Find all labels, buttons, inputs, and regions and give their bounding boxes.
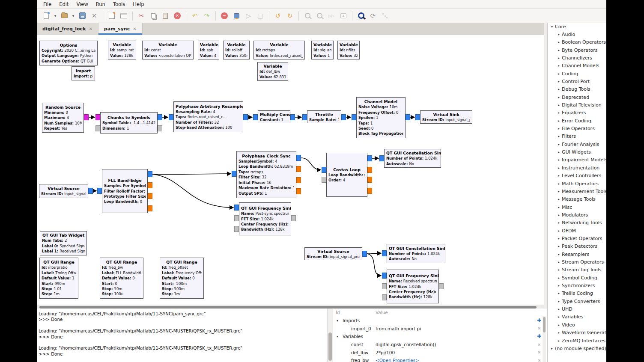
input-port-qt-gui-frequency-sink-1[interactable] (234, 205, 239, 211)
library-category-audio[interactable]: ▸Audio (548, 30, 606, 38)
library-category-modulators[interactable]: ▸Modulators (548, 211, 606, 219)
zoom-out-icon[interactable] (314, 10, 325, 21)
enable-icon[interactable] (231, 10, 242, 21)
output-port-fll-band-edge[interactable] (148, 171, 152, 177)
output-port-polyphase-clock-sync[interactable] (296, 166, 301, 172)
block-options[interactable]: OptionsCopyright: 2020 C...ering LabOutp… (39, 41, 98, 65)
input-port-chunks-to-symbols[interactable] (95, 114, 100, 120)
collapsed-arrow-icon[interactable]: ▸ (557, 127, 561, 131)
rotate-ccw-icon[interactable]: ↺ (272, 10, 283, 21)
collapsed-arrow-icon[interactable]: ▸ (557, 182, 561, 186)
collapsed-arrow-icon[interactable]: ▸ (557, 103, 561, 107)
expanded-arrow-icon[interactable]: ▾ (337, 319, 338, 323)
library-category-trellis-coding[interactable]: ▸Trellis Coding (548, 290, 606, 297)
library-category-file-operators[interactable]: ▸File Operators (548, 125, 606, 133)
library-category-misc[interactable]: ▸Misc (548, 203, 606, 211)
library-category-gui-widgets[interactable]: ▸GUI Widgets (548, 148, 606, 156)
connection-fll-to-clock-sync[interactable] (152, 174, 231, 174)
library-category--no-module-specified-[interactable]: ▸(no module specified) (548, 344, 606, 352)
collapsed-arrow-icon[interactable]: ▸ (557, 174, 561, 178)
library-category-synchronizers[interactable]: ▸Synchronizers (548, 282, 606, 290)
collapsed-arrow-icon[interactable]: ▸ (557, 229, 561, 233)
menu-edit[interactable]: Edit (55, 0, 72, 8)
library-category-stream-operators[interactable]: ▸Stream Operators (548, 258, 606, 266)
connection-virtual-source2-to-constellation-sink[interactable] (367, 253, 381, 254)
input-port-polyphase-arbitrary-resampler[interactable] (169, 114, 173, 120)
collapsed-arrow-icon[interactable]: ▸ (557, 33, 561, 36)
library-category-filters[interactable]: ▸Filters (548, 133, 606, 140)
input-port-qt-gui-frequency-sink-1[interactable] (234, 226, 239, 232)
collapsed-arrow-icon[interactable]: ▸ (557, 339, 561, 343)
input-port-virtual-sink[interactable] (415, 114, 420, 120)
block-variable-def-lbw[interactable]: VariableId: def_lbwValue: 62.8319m (257, 62, 288, 81)
collapsed-arrow-icon[interactable]: ▸ (557, 284, 561, 288)
collapsed-arrow-icon[interactable]: ▸ (557, 134, 561, 138)
block-variable-rrctaps[interactable]: VariableId: rrctapsValue: firdes.root_ra… (253, 41, 305, 59)
input-port-fll-band-edge[interactable] (97, 188, 102, 194)
collapsed-arrow-icon[interactable]: ▸ (557, 300, 561, 303)
library-category-peak-detectors[interactable]: ▸Peak Detectors (548, 243, 606, 250)
collapsed-arrow-icon[interactable]: ▸ (557, 213, 561, 217)
output-port-costas-loop[interactable] (367, 167, 372, 173)
block-qt-gui-frequency-sink-1[interactable]: QT GUI Frequency SinkName: Post-sync spe… (239, 202, 291, 235)
block-chunks-to-symbols[interactable]: Chunks to SymbolsSymbol Table: -1.4...1.… (100, 112, 158, 134)
run-icon[interactable]: ▷ (243, 10, 254, 21)
remove-icon[interactable]: ✕ (536, 326, 542, 331)
library-category-byte-operators[interactable]: ▸Byte Operators (548, 46, 606, 54)
library-category-debug-tools[interactable]: ▸Debug Tools (548, 86, 606, 93)
block-virtual-source-1[interactable]: Virtual SourceStream ID: input_signal_pr… (39, 184, 88, 198)
cut-icon[interactable]: ✂ (136, 10, 147, 21)
menu-file[interactable]: File (39, 0, 55, 8)
collapsed-arrow-icon[interactable]: ▸ (557, 260, 561, 264)
input-port-throttle[interactable] (302, 114, 307, 120)
collapsed-arrow-icon[interactable]: ▸ (557, 40, 561, 44)
menu-tools[interactable]: Tools (109, 0, 129, 8)
close-icon[interactable]: ✕ (89, 10, 100, 21)
library-category-error-coding[interactable]: ▸Error Coding (548, 117, 606, 125)
menu-view[interactable]: View (73, 0, 92, 8)
rotate-cw-icon[interactable]: ↻ (284, 10, 295, 21)
output-port-costas-loop[interactable] (367, 177, 372, 183)
output-port-channel-model[interactable] (405, 114, 410, 120)
tab-close-icon[interactable]: ✕ (133, 27, 136, 31)
library-category-coding[interactable]: ▸Coding (548, 70, 606, 77)
collapsed-arrow-icon[interactable]: ▸ (557, 142, 561, 146)
library-category-packet-operators[interactable]: ▸Packet Operators (548, 234, 606, 242)
block-qt-gui-range-interpratio[interactable]: QT GUI RangeId: interpratioLabel: Tming … (39, 258, 78, 299)
library-category-control-port[interactable]: ▸Control Port (548, 77, 606, 85)
collapsed-arrow-icon[interactable]: ▸ (557, 323, 561, 327)
collapsed-arrow-icon[interactable]: ▸ (557, 315, 561, 319)
collapsed-arrow-icon[interactable]: ▸ (557, 190, 561, 193)
collapsed-arrow-icon[interactable]: ▸ (557, 48, 561, 52)
collapsed-arrow-icon[interactable]: ▸ (557, 95, 561, 99)
output-port-qt-gui-frequency-sink-2[interactable] (439, 283, 444, 289)
library-category-type-converters[interactable]: ▸Type Converters (548, 297, 606, 305)
varpanel-row-import_0[interactable]: import_0from math import pi✕ (333, 325, 547, 333)
output-port-virtual-source-2[interactable] (362, 251, 367, 257)
collapsed-arrow-icon[interactable]: ▸ (557, 119, 561, 123)
output-port-virtual-source-1[interactable] (88, 188, 93, 194)
output-port-polyphase-clock-sync[interactable] (296, 177, 301, 183)
input-port-costas-loop[interactable] (322, 177, 326, 183)
output-port-costas-loop[interactable] (367, 188, 372, 194)
add-icon[interactable]: ✚ (536, 333, 542, 339)
console-scrollbar[interactable] (327, 309, 333, 362)
variable-value[interactable]: <Open Properties> (376, 358, 419, 362)
stop-icon[interactable]: ▢ (255, 10, 266, 21)
collapsed-arrow-icon[interactable]: ▸ (557, 150, 561, 154)
flowgraph-canvas[interactable]: OptionsCopyright: 2020 C...ering LabOutp… (37, 35, 544, 305)
input-port-qt-gui-frequency-sink-2[interactable] (382, 273, 387, 279)
collapsed-arrow-icon[interactable]: ▸ (557, 64, 561, 68)
input-port-polyphase-clock-sync[interactable] (232, 171, 236, 177)
varpanel-row-freq_bw[interactable]: freq_bw<Open Properties>✕ (333, 356, 547, 362)
collapsed-arrow-icon[interactable]: ▸ (557, 166, 561, 170)
collapsed-arrow-icon[interactable]: ▸ (557, 80, 561, 83)
input-port-multiply-const[interactable] (253, 114, 258, 120)
canvas-vertical-scrollbar[interactable] (544, 23, 547, 309)
output-port-fll-band-edge[interactable] (148, 193, 152, 199)
library-category-message-tools[interactable]: ▸Message Tools (548, 196, 606, 203)
collapsed-arrow-icon[interactable]: ▸ (557, 87, 561, 91)
library-category-uhd[interactable]: ▸UHD (548, 306, 606, 313)
library-category-boolean-operators[interactable]: ▸Boolean Operators (548, 39, 606, 46)
block-throttle[interactable]: ThrottleSample Rate: 128k (307, 110, 341, 123)
